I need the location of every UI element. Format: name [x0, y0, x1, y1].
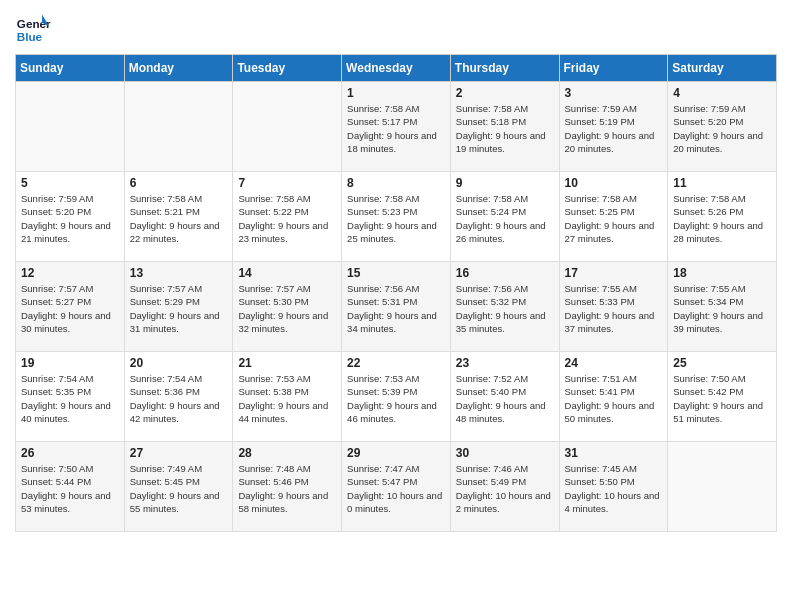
day-number: 24	[565, 356, 663, 370]
calendar-cell: 16Sunrise: 7:56 AMSunset: 5:32 PMDayligh…	[450, 262, 559, 352]
calendar-cell: 22Sunrise: 7:53 AMSunset: 5:39 PMDayligh…	[342, 352, 451, 442]
calendar-cell	[233, 82, 342, 172]
day-info: Sunrise: 7:57 AMSunset: 5:30 PMDaylight:…	[238, 282, 336, 335]
calendar-table: SundayMondayTuesdayWednesdayThursdayFrid…	[15, 54, 777, 532]
calendar-cell: 3Sunrise: 7:59 AMSunset: 5:19 PMDaylight…	[559, 82, 668, 172]
calendar-cell: 17Sunrise: 7:55 AMSunset: 5:33 PMDayligh…	[559, 262, 668, 352]
calendar-cell: 14Sunrise: 7:57 AMSunset: 5:30 PMDayligh…	[233, 262, 342, 352]
calendar-cell: 11Sunrise: 7:58 AMSunset: 5:26 PMDayligh…	[668, 172, 777, 262]
calendar-cell: 31Sunrise: 7:45 AMSunset: 5:50 PMDayligh…	[559, 442, 668, 532]
day-number: 6	[130, 176, 228, 190]
day-number: 10	[565, 176, 663, 190]
day-number: 7	[238, 176, 336, 190]
day-info: Sunrise: 7:59 AMSunset: 5:20 PMDaylight:…	[21, 192, 119, 245]
calendar-cell: 4Sunrise: 7:59 AMSunset: 5:20 PMDaylight…	[668, 82, 777, 172]
calendar-cell	[124, 82, 233, 172]
day-number: 20	[130, 356, 228, 370]
weekday-header: Wednesday	[342, 55, 451, 82]
day-number: 23	[456, 356, 554, 370]
day-info: Sunrise: 7:53 AMSunset: 5:39 PMDaylight:…	[347, 372, 445, 425]
calendar-week-row: 1Sunrise: 7:58 AMSunset: 5:17 PMDaylight…	[16, 82, 777, 172]
day-number: 15	[347, 266, 445, 280]
day-number: 9	[456, 176, 554, 190]
day-info: Sunrise: 7:47 AMSunset: 5:47 PMDaylight:…	[347, 462, 445, 515]
calendar-cell: 1Sunrise: 7:58 AMSunset: 5:17 PMDaylight…	[342, 82, 451, 172]
day-info: Sunrise: 7:50 AMSunset: 5:44 PMDaylight:…	[21, 462, 119, 515]
day-info: Sunrise: 7:46 AMSunset: 5:49 PMDaylight:…	[456, 462, 554, 515]
day-info: Sunrise: 7:57 AMSunset: 5:29 PMDaylight:…	[130, 282, 228, 335]
day-number: 8	[347, 176, 445, 190]
day-info: Sunrise: 7:58 AMSunset: 5:25 PMDaylight:…	[565, 192, 663, 245]
calendar-week-row: 26Sunrise: 7:50 AMSunset: 5:44 PMDayligh…	[16, 442, 777, 532]
day-number: 22	[347, 356, 445, 370]
calendar-cell	[668, 442, 777, 532]
weekday-header: Sunday	[16, 55, 125, 82]
day-info: Sunrise: 7:58 AMSunset: 5:18 PMDaylight:…	[456, 102, 554, 155]
day-info: Sunrise: 7:57 AMSunset: 5:27 PMDaylight:…	[21, 282, 119, 335]
day-number: 13	[130, 266, 228, 280]
calendar-cell: 19Sunrise: 7:54 AMSunset: 5:35 PMDayligh…	[16, 352, 125, 442]
day-number: 2	[456, 86, 554, 100]
day-info: Sunrise: 7:58 AMSunset: 5:26 PMDaylight:…	[673, 192, 771, 245]
calendar-cell: 30Sunrise: 7:46 AMSunset: 5:49 PMDayligh…	[450, 442, 559, 532]
day-number: 17	[565, 266, 663, 280]
day-number: 19	[21, 356, 119, 370]
calendar-week-row: 12Sunrise: 7:57 AMSunset: 5:27 PMDayligh…	[16, 262, 777, 352]
day-info: Sunrise: 7:58 AMSunset: 5:21 PMDaylight:…	[130, 192, 228, 245]
day-info: Sunrise: 7:54 AMSunset: 5:35 PMDaylight:…	[21, 372, 119, 425]
day-info: Sunrise: 7:48 AMSunset: 5:46 PMDaylight:…	[238, 462, 336, 515]
calendar-cell: 26Sunrise: 7:50 AMSunset: 5:44 PMDayligh…	[16, 442, 125, 532]
calendar-cell: 23Sunrise: 7:52 AMSunset: 5:40 PMDayligh…	[450, 352, 559, 442]
day-number: 30	[456, 446, 554, 460]
calendar-cell: 27Sunrise: 7:49 AMSunset: 5:45 PMDayligh…	[124, 442, 233, 532]
weekday-header: Tuesday	[233, 55, 342, 82]
calendar-cell	[16, 82, 125, 172]
day-number: 27	[130, 446, 228, 460]
calendar-cell: 5Sunrise: 7:59 AMSunset: 5:20 PMDaylight…	[16, 172, 125, 262]
day-info: Sunrise: 7:58 AMSunset: 5:22 PMDaylight:…	[238, 192, 336, 245]
day-number: 31	[565, 446, 663, 460]
calendar-cell: 24Sunrise: 7:51 AMSunset: 5:41 PMDayligh…	[559, 352, 668, 442]
day-number: 16	[456, 266, 554, 280]
calendar-cell: 6Sunrise: 7:58 AMSunset: 5:21 PMDaylight…	[124, 172, 233, 262]
day-info: Sunrise: 7:45 AMSunset: 5:50 PMDaylight:…	[565, 462, 663, 515]
day-number: 3	[565, 86, 663, 100]
day-number: 12	[21, 266, 119, 280]
day-number: 11	[673, 176, 771, 190]
calendar-header: SundayMondayTuesdayWednesdayThursdayFrid…	[16, 55, 777, 82]
day-number: 5	[21, 176, 119, 190]
calendar-cell: 29Sunrise: 7:47 AMSunset: 5:47 PMDayligh…	[342, 442, 451, 532]
page-container: General Blue SundayMondayTuesdayWednesda…	[0, 0, 792, 542]
weekday-header: Saturday	[668, 55, 777, 82]
calendar-cell: 13Sunrise: 7:57 AMSunset: 5:29 PMDayligh…	[124, 262, 233, 352]
logo-icon: General Blue	[15, 10, 51, 46]
calendar-cell: 7Sunrise: 7:58 AMSunset: 5:22 PMDaylight…	[233, 172, 342, 262]
day-info: Sunrise: 7:53 AMSunset: 5:38 PMDaylight:…	[238, 372, 336, 425]
logo: General Blue	[15, 10, 51, 46]
day-number: 28	[238, 446, 336, 460]
calendar-cell: 2Sunrise: 7:58 AMSunset: 5:18 PMDaylight…	[450, 82, 559, 172]
day-number: 1	[347, 86, 445, 100]
calendar-cell: 15Sunrise: 7:56 AMSunset: 5:31 PMDayligh…	[342, 262, 451, 352]
day-info: Sunrise: 7:55 AMSunset: 5:34 PMDaylight:…	[673, 282, 771, 335]
page-header: General Blue	[15, 10, 777, 46]
svg-text:Blue: Blue	[17, 30, 43, 43]
day-number: 14	[238, 266, 336, 280]
weekday-header: Thursday	[450, 55, 559, 82]
calendar-cell: 25Sunrise: 7:50 AMSunset: 5:42 PMDayligh…	[668, 352, 777, 442]
day-info: Sunrise: 7:49 AMSunset: 5:45 PMDaylight:…	[130, 462, 228, 515]
calendar-cell: 28Sunrise: 7:48 AMSunset: 5:46 PMDayligh…	[233, 442, 342, 532]
day-info: Sunrise: 7:58 AMSunset: 5:17 PMDaylight:…	[347, 102, 445, 155]
day-number: 29	[347, 446, 445, 460]
day-info: Sunrise: 7:52 AMSunset: 5:40 PMDaylight:…	[456, 372, 554, 425]
calendar-week-row: 19Sunrise: 7:54 AMSunset: 5:35 PMDayligh…	[16, 352, 777, 442]
calendar-cell: 10Sunrise: 7:58 AMSunset: 5:25 PMDayligh…	[559, 172, 668, 262]
day-info: Sunrise: 7:54 AMSunset: 5:36 PMDaylight:…	[130, 372, 228, 425]
day-info: Sunrise: 7:56 AMSunset: 5:32 PMDaylight:…	[456, 282, 554, 335]
day-info: Sunrise: 7:51 AMSunset: 5:41 PMDaylight:…	[565, 372, 663, 425]
calendar-cell: 8Sunrise: 7:58 AMSunset: 5:23 PMDaylight…	[342, 172, 451, 262]
day-number: 18	[673, 266, 771, 280]
weekday-header: Monday	[124, 55, 233, 82]
day-info: Sunrise: 7:58 AMSunset: 5:24 PMDaylight:…	[456, 192, 554, 245]
day-info: Sunrise: 7:55 AMSunset: 5:33 PMDaylight:…	[565, 282, 663, 335]
